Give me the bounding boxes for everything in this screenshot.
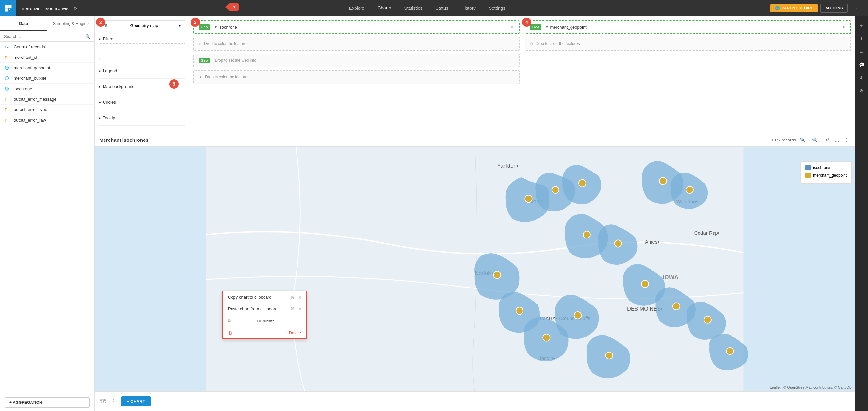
circles-label: Circles (103, 100, 116, 105)
map-credit: Leaflet | © OpenStreetMap contributors, … (770, 385, 852, 389)
list-icon-btn[interactable]: ≡ (856, 46, 867, 58)
color-drop-zone-1b[interactable]: ▲ Drop to color the features (193, 70, 520, 84)
geo-field-tag: ▾ isochrone (215, 25, 508, 30)
tab-history[interactable]: History (455, 0, 482, 16)
paste-label: Paste chart from clipboard (228, 306, 278, 311)
config-section-mapbg: 5 ▸ Map background (99, 82, 185, 94)
back-button[interactable]: ← (850, 5, 864, 12)
chart-type-selector[interactable]: 🗺 Geometry map ▾ (99, 20, 185, 31)
svg-text:IOWA: IOWA (663, 274, 679, 281)
map-bg-label: Map background (103, 84, 134, 89)
map-controls: 1077 records 🔍- 🔍+ ↺ ⛶ ⋮ (771, 136, 850, 144)
delete-icon: 🗑 (228, 330, 232, 335)
tab-settings[interactable]: Settings (482, 0, 512, 16)
duplicate-item[interactable]: ⧉ Duplicate (223, 315, 306, 327)
delete-item[interactable]: 🗑 Delete (223, 327, 306, 339)
refresh-button[interactable]: ↺ (824, 136, 831, 144)
map-background[interactable]: Yankton• Sioux• Norfolk• Waterloo• Ames•… (95, 145, 855, 391)
fullscreen-button[interactable]: ⛶ (833, 136, 841, 144)
legend-label-merchant: merchant_geopoint (813, 173, 847, 178)
plus-icon-btn[interactable]: + (856, 20, 867, 31)
info-icon-btn[interactable]: ℹ (856, 33, 867, 45)
field-label: merchant_bubble (14, 76, 46, 81)
field-label: output_error_raw (14, 118, 46, 122)
search-box: 🔍 (0, 31, 94, 42)
search-input[interactable] (4, 34, 83, 39)
color-drop-zone-2[interactable]: ◇ Drop to color the features (525, 37, 851, 51)
zoom-in-button[interactable]: 🔍+ (811, 136, 822, 144)
tab-status[interactable]: Status (429, 0, 455, 16)
app-logo[interactable] (0, 0, 16, 16)
field-count-of-records[interactable]: 123 Count of records (0, 42, 94, 52)
geo-info-drop[interactable]: Geo Drop to set the Geo info (193, 54, 520, 67)
geo-label: Geo (530, 24, 541, 30)
geo-field-name: isochrone (218, 25, 237, 30)
color-drop-zone-1[interactable]: ◇ Drop to color the features (193, 37, 520, 51)
tab-explore[interactable]: Explore (343, 0, 371, 16)
circles-header[interactable]: ▸ Circles (99, 98, 185, 107)
svg-point-14 (659, 177, 666, 184)
config-section-filters: ▸ Filters (99, 34, 185, 63)
tab-charts[interactable]: Charts (371, 0, 397, 16)
legend-header[interactable]: ▸ Legend (99, 66, 185, 75)
chart-type-label: Geometry map (130, 23, 158, 28)
svg-point-20 (543, 334, 550, 342)
geo-label: Geo (198, 24, 210, 30)
field-merchant-id[interactable]: T merchant_id (0, 52, 94, 63)
geo-drop-isochrone[interactable]: Geo ▾ isochrone ✕ (193, 20, 520, 34)
copy-chart-item[interactable]: Copy chart to clipboard ⌘ + c (223, 291, 306, 303)
svg-point-26 (606, 352, 613, 359)
step-1-badge: 1 (228, 3, 239, 11)
text-icon: T (5, 56, 11, 59)
config-sidebar: 2 🗺 Geometry map ▾ ▸ Filters (95, 16, 189, 133)
settings-icon-btn[interactable]: ⚙ (856, 85, 867, 97)
geo-icon: 🌐 (5, 66, 11, 70)
share-icon[interactable]: ⚙ (73, 6, 78, 11)
svg-point-16 (583, 231, 590, 238)
download-icon-btn[interactable]: ⬇ (856, 72, 867, 84)
duplicate-label: Duplicate (257, 319, 275, 323)
add-chart-button[interactable]: + CHART (122, 396, 151, 406)
svg-point-19 (516, 307, 523, 314)
chevron-right-icon: ▸ (99, 115, 101, 120)
field-merchant-geopoint[interactable]: 🌐 merchant_geopoint (0, 63, 94, 73)
zoom-out-button[interactable]: 🔍- (799, 136, 808, 144)
tooltip-header[interactable]: ▸ Tooltip (99, 113, 185, 122)
field-output-error-type[interactable]: T output_error_type (0, 105, 94, 115)
geo-drop-merchant[interactable]: Geo ▾ merchant_geopoint ✕ (525, 20, 851, 34)
chevron-down-icon: ▾ (179, 23, 181, 28)
svg-point-18 (494, 271, 501, 279)
parent-recipe-button[interactable]: 🌐 PARENT RECIPE (770, 4, 818, 12)
chevron-right-icon: ▸ (99, 100, 101, 105)
filters-header[interactable]: ▸ Filters (99, 34, 185, 43)
geo-delete-icon[interactable]: ✕ (842, 25, 846, 30)
config-section-circles: ▸ Circles (99, 98, 185, 110)
geo-delete-icon[interactable]: ✕ (510, 25, 514, 30)
field-label: merchant_geopoint (14, 65, 50, 70)
field-isochrone[interactable]: 🌐 isochrone (0, 84, 94, 94)
geo-column-1: 3 Geo ▾ isochrone ✕ ◇ Drop to color the … (193, 20, 520, 87)
top-nav: merchant_isochrones ⚙ 1 Explore Charts S… (0, 0, 868, 16)
svg-text:Cedar Rap•: Cedar Rap• (694, 230, 720, 236)
delete-label: Delete (289, 330, 301, 335)
aggregation-button[interactable]: + AGGREGATION (5, 397, 90, 408)
tab-statistics[interactable]: Statistics (397, 0, 429, 16)
filter-drop-zone[interactable] (99, 43, 185, 59)
chart-options-button[interactable]: ⋮ (110, 398, 118, 405)
chart-thumbnail-icon: 🗺 (100, 398, 106, 405)
numeric-icon: 123 (5, 45, 11, 49)
paste-chart-item[interactable]: Paste chart from clipboard ⌘ + v (223, 303, 306, 315)
field-output-error-message[interactable]: T output_error_message (0, 94, 94, 105)
field-output-error-raw[interactable]: T output_error_raw (0, 115, 94, 125)
duplicate-icon: ⧉ (228, 318, 231, 323)
field-merchant-bubble[interactable]: 🌐 merchant_bubble (0, 73, 94, 84)
search-icon: 🔍 (85, 34, 90, 39)
actions-button[interactable]: ACTIONS (820, 4, 848, 13)
more-options-button[interactable]: ⋮ (843, 136, 850, 144)
text-icon: T (5, 118, 11, 122)
chat-icon-btn[interactable]: 💬 (856, 59, 867, 70)
tab-sampling[interactable]: Sampling & Engine (48, 16, 95, 31)
left-panel: Data Sampling & Engine 🔍 123 Count of re… (0, 16, 95, 411)
tab-data[interactable]: Data (0, 16, 48, 31)
geo-icon: 🌐 (5, 76, 11, 80)
